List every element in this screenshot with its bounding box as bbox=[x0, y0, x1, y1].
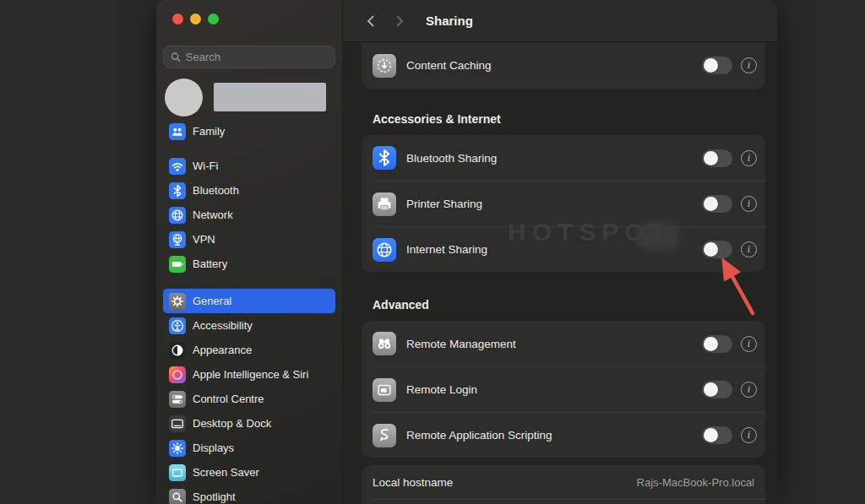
gear-icon bbox=[169, 293, 186, 310]
sidebar-item-label: Wi-Fi bbox=[193, 160, 218, 172]
section-title-accessories: Accessories & Internet bbox=[373, 112, 501, 126]
zoom-button[interactable] bbox=[208, 14, 219, 24]
divider bbox=[373, 499, 765, 500]
siri-icon bbox=[169, 366, 186, 383]
back-button[interactable] bbox=[362, 12, 380, 30]
content-caching-info-button[interactable]: i bbox=[741, 57, 757, 73]
displays-sun-icon bbox=[169, 440, 186, 457]
remote-login-toggle[interactable] bbox=[702, 381, 732, 398]
printer-icon bbox=[373, 192, 396, 216]
sidebar-item-label: Spotlight bbox=[193, 490, 236, 503]
settings-sidebar: Family Wi-Fi bbox=[156, 0, 342, 504]
row-internet-sharing: Internet Sharing i bbox=[373, 226, 765, 272]
vpn-globe-icon bbox=[169, 231, 186, 248]
accessories-internet-card: Bluetooth Sharing i Printer Shar bbox=[362, 135, 765, 272]
profile-row[interactable] bbox=[165, 77, 335, 117]
sidebar-search[interactable] bbox=[163, 46, 335, 68]
system-settings-window: Family Wi-Fi bbox=[156, 0, 777, 504]
sidebar-item-family[interactable]: Family bbox=[163, 119, 335, 144]
bluetooth-sharing-toggle[interactable] bbox=[702, 149, 732, 167]
sidebar-item-label: Desktop & Dock bbox=[193, 417, 271, 430]
forward-button[interactable] bbox=[390, 12, 409, 30]
internet-globe-icon bbox=[373, 238, 396, 262]
sidebar-item-vpn[interactable]: VPN bbox=[163, 227, 335, 252]
remote-management-toggle[interactable] bbox=[702, 335, 732, 353]
sidebar-item-bluetooth[interactable]: Bluetooth bbox=[163, 178, 335, 203]
row-bluetooth-sharing: Bluetooth Sharing i bbox=[362, 135, 765, 181]
section-title-advanced: Advanced bbox=[373, 298, 429, 312]
remote-application-scripting-info-button[interactable]: i bbox=[741, 427, 757, 443]
row-label: Remote Login bbox=[406, 383, 702, 396]
page-title: Sharing bbox=[426, 14, 473, 28]
row-label: Content Caching bbox=[406, 59, 702, 72]
internet-sharing-info-button[interactable]: i bbox=[741, 241, 757, 257]
internet-sharing-toggle[interactable] bbox=[702, 241, 732, 258]
remote-application-scripting-toggle[interactable] bbox=[702, 426, 732, 444]
sidebar-item-accessibility[interactable]: Accessibility bbox=[163, 313, 335, 338]
chevron-left-icon bbox=[365, 14, 377, 28]
remote-login-info-button[interactable]: i bbox=[741, 382, 757, 398]
blurred-logo bbox=[637, 223, 679, 250]
bluetooth-sharing-info-button[interactable]: i bbox=[741, 150, 757, 166]
hostname-card: Local hostname Rajs-MacBook-Pro.local bbox=[362, 465, 765, 504]
family-icon bbox=[169, 123, 186, 140]
sidebar-item-general[interactable]: General bbox=[163, 289, 335, 313]
sidebar-item-label: General bbox=[193, 295, 231, 307]
wifi-icon bbox=[169, 158, 186, 175]
remote-management-info-button[interactable]: i bbox=[741, 336, 757, 352]
redacted-name-bar bbox=[214, 83, 326, 111]
desktop-dock-icon bbox=[169, 415, 186, 432]
content-caching-icon bbox=[373, 54, 396, 78]
battery-icon bbox=[169, 256, 186, 273]
sidebar-item-screen-saver[interactable]: Screen Saver bbox=[163, 460, 335, 485]
sidebar-item-label: Family bbox=[193, 125, 225, 138]
sidebar-item-apple-intelligence-siri[interactable]: Apple Intelligence & Siri bbox=[163, 362, 335, 387]
remote-login-windows-icon bbox=[373, 378, 396, 402]
scripting-pen-icon bbox=[373, 424, 396, 447]
control-centre-icon bbox=[169, 391, 186, 408]
spotlight-magnifier-icon bbox=[169, 489, 186, 504]
hostname-label: Local hostname bbox=[373, 476, 637, 489]
accessibility-icon bbox=[169, 317, 186, 334]
content-caching-card: Content Caching i bbox=[362, 42, 765, 89]
sharing-pane: Sharing Content Caching i bbox=[342, 0, 777, 504]
screen-saver-icon bbox=[169, 464, 186, 481]
row-label: Bluetooth Sharing bbox=[406, 152, 702, 165]
macos-system-settings-screenshot: Family Wi-Fi bbox=[0, 0, 865, 504]
advanced-card: Remote Management i Remote Login bbox=[362, 321, 765, 458]
printer-sharing-info-button[interactable]: i bbox=[741, 196, 757, 212]
printer-sharing-toggle[interactable] bbox=[702, 195, 732, 213]
sidebar-item-label: Battery bbox=[193, 257, 227, 270]
pane-header: Sharing bbox=[343, 0, 777, 42]
sidebar-item-wifi[interactable]: Wi-Fi bbox=[163, 154, 335, 178]
sidebar-item-label: Accessibility bbox=[193, 319, 253, 332]
sidebar-item-spotlight[interactable]: Spotlight bbox=[163, 485, 335, 504]
search-input[interactable] bbox=[186, 51, 328, 63]
sidebar-item-label: Appearance bbox=[193, 344, 252, 356]
avatar bbox=[165, 79, 203, 117]
search-icon bbox=[171, 51, 181, 62]
sidebar-item-appearance[interactable]: Appearance bbox=[163, 338, 335, 362]
sidebar-item-label: Network bbox=[193, 209, 233, 221]
minimize-button[interactable] bbox=[190, 14, 201, 24]
sidebar-item-displays[interactable]: Displays bbox=[163, 436, 335, 460]
row-remote-management: Remote Management i bbox=[362, 321, 765, 366]
close-button[interactable] bbox=[172, 14, 183, 24]
sidebar-item-desktop-dock[interactable]: Desktop & Dock bbox=[163, 411, 335, 436]
sidebar-item-label: Control Centre bbox=[193, 393, 264, 405]
appearance-icon bbox=[169, 342, 186, 359]
binoculars-icon bbox=[373, 332, 396, 355]
sidebar-item-label: Apple Intelligence & Siri bbox=[193, 368, 308, 381]
content-caching-toggle[interactable] bbox=[702, 57, 732, 74]
row-label: Printer Sharing bbox=[406, 198, 702, 210]
chevron-right-icon bbox=[394, 14, 405, 28]
row-remote-login: Remote Login i bbox=[373, 366, 765, 412]
sidebar-item-label: VPN bbox=[193, 233, 215, 246]
sidebar-item-label: Screen Saver bbox=[193, 466, 259, 479]
row-label: Remote Management bbox=[406, 338, 702, 350]
sidebar-item-battery[interactable]: Battery bbox=[163, 252, 335, 276]
sidebar-item-network[interactable]: Network bbox=[163, 203, 335, 227]
network-globe-icon bbox=[169, 207, 186, 224]
sidebar-item-control-centre[interactable]: Control Centre bbox=[163, 387, 335, 411]
hostname-value: Rajs-MacBook-Pro.local bbox=[637, 476, 754, 489]
